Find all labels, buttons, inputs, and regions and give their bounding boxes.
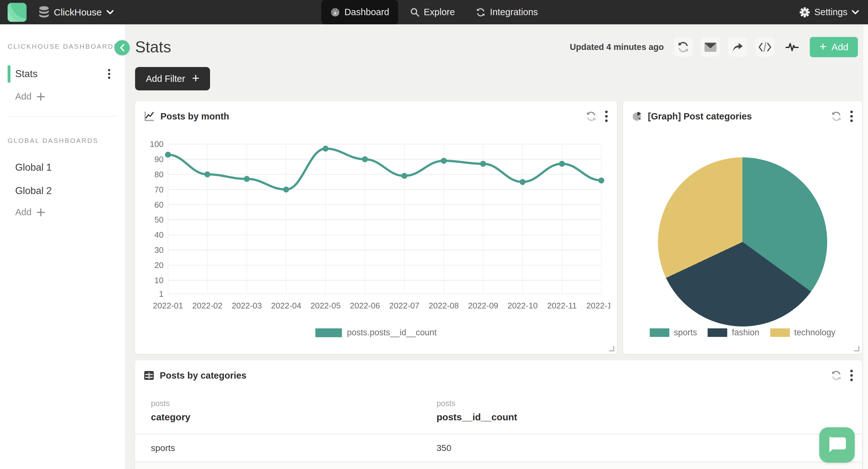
refresh-icon xyxy=(831,370,842,381)
add-button-label: Add xyxy=(832,42,848,53)
activity-button[interactable] xyxy=(783,38,802,57)
table-cell: sports xyxy=(135,443,421,453)
svg-text:2022-01: 2022-01 xyxy=(153,301,183,310)
svg-text:2022-06: 2022-06 xyxy=(350,301,380,310)
table-row: sports350 xyxy=(135,433,862,461)
svg-text:40: 40 xyxy=(154,230,163,240)
card-kebab-menu-button[interactable] xyxy=(850,110,853,123)
plus-icon: + xyxy=(192,71,199,85)
sidebar-item-global-2[interactable]: Global 2 xyxy=(0,182,125,200)
updated-timestamp: Updated 4 minutes ago xyxy=(570,42,664,52)
card-posts-by-month: Posts by month 11020304050607080 xyxy=(135,101,617,354)
table-cell: 350 xyxy=(421,443,862,453)
legend-label: fashion xyxy=(732,328,759,338)
legend-item-fashion: fashion xyxy=(708,328,759,338)
legend-swatch xyxy=(315,328,342,337)
sidebar-item-stats[interactable]: Stats xyxy=(0,65,125,83)
card-refresh-button[interactable] xyxy=(586,111,597,122)
card-posts-by-categories: Posts by categories posts xyxy=(135,360,862,469)
svg-text:2022-02: 2022-02 xyxy=(192,301,222,310)
kebab-menu-icon xyxy=(850,110,853,123)
database-icon xyxy=(39,6,49,19)
main-content: Stats Updated 4 minutes ago xyxy=(125,24,863,469)
resize-grip[interactable] xyxy=(609,346,614,351)
app-logo[interactable] xyxy=(8,3,27,22)
activity-pulse-icon xyxy=(785,42,799,52)
svg-text:2022-04: 2022-04 xyxy=(271,301,301,310)
sidebar-add-dashboard-button[interactable]: Add xyxy=(15,91,45,102)
email-button[interactable] xyxy=(701,38,720,57)
refresh-icon xyxy=(831,111,842,122)
legend-swatch xyxy=(650,328,669,337)
svg-text:2022-08: 2022-08 xyxy=(429,301,459,310)
legend-label: sports xyxy=(674,328,697,338)
refresh-icon xyxy=(586,111,597,122)
svg-text:90: 90 xyxy=(154,155,163,164)
legend-item-sports: sports xyxy=(650,328,697,338)
refresh-dashboard-button[interactable] xyxy=(674,38,693,57)
resize-grip[interactable] xyxy=(854,346,860,351)
legend-label: posts.posts__id__count xyxy=(347,328,437,338)
svg-text:70: 70 xyxy=(154,185,163,194)
refresh-icon xyxy=(677,41,689,53)
share-button[interactable] xyxy=(728,38,747,57)
brand-name: ClickHouse xyxy=(54,7,102,18)
svg-text:2022-05: 2022-05 xyxy=(310,301,340,310)
active-indicator-bar xyxy=(8,182,10,199)
svg-text:2022-12: 2022-12 xyxy=(586,301,610,310)
active-indicator-bar xyxy=(8,65,10,82)
kebab-menu-icon[interactable] xyxy=(108,69,111,79)
tab-integrations[interactable]: Integrations xyxy=(467,0,547,24)
sidebar-item-global-1[interactable]: Global 1 xyxy=(0,158,125,177)
chat-bubble-icon xyxy=(828,437,846,453)
add-filter-button[interactable]: Add Filter + xyxy=(135,67,210,90)
sidebar-item-label: Global 1 xyxy=(15,162,52,173)
column-header-posts__id__count: postsposts__id__count xyxy=(421,391,862,433)
svg-text:2022-10: 2022-10 xyxy=(507,301,537,310)
database-selector[interactable]: ClickHouse xyxy=(39,0,114,24)
pie-chart-legend: sportsfashiontechnology xyxy=(623,328,862,338)
add-label: Add xyxy=(15,207,32,217)
scrollbar[interactable] xyxy=(863,24,868,469)
card-title: Posts by categories xyxy=(160,370,246,381)
legend-swatch xyxy=(770,328,790,337)
settings-menu[interactable]: Settings xyxy=(799,0,859,24)
card-refresh-button[interactable] xyxy=(831,370,842,381)
sidebar-item-label: Stats xyxy=(15,68,38,80)
add-chart-button[interactable]: + Add xyxy=(810,37,858,57)
card-refresh-button[interactable] xyxy=(831,111,842,122)
code-icon xyxy=(758,42,772,53)
search-icon xyxy=(410,8,420,17)
sidebar-collapse-button[interactable] xyxy=(115,40,130,55)
svg-text:2022-09: 2022-09 xyxy=(468,301,498,310)
chevron-down-icon xyxy=(106,10,114,15)
pie-chart xyxy=(658,157,827,327)
column-name: posts__id__count xyxy=(437,412,862,423)
card-title: [Graph] Post categories xyxy=(648,111,752,122)
legend-item-technology: technology xyxy=(770,328,836,338)
card-kebab-menu-button[interactable] xyxy=(605,110,608,123)
chevron-down-icon xyxy=(851,10,859,15)
share-forward-icon xyxy=(732,42,744,53)
tab-dashboard[interactable]: Dashboard xyxy=(321,0,398,24)
card-title: Posts by month xyxy=(160,111,229,122)
line-chart: 11020304050607080901002022-012022-022022… xyxy=(142,135,610,325)
card-kebab-menu-button[interactable] xyxy=(850,369,853,382)
sidebar-divider xyxy=(8,116,115,116)
embed-code-button[interactable] xyxy=(755,38,774,57)
sidebar-add-global-dashboard-button[interactable]: Add xyxy=(15,207,45,217)
gauge-icon xyxy=(330,7,340,18)
sidebar: CLICKHOUSE DASHBOARDS Stats Add GLOBAL D… xyxy=(0,24,125,469)
table-row: fashion330 xyxy=(135,461,862,469)
nav-tabs: DashboardExploreIntegrations xyxy=(321,0,547,24)
legend-label: technology xyxy=(794,328,836,338)
svg-text:2022-03: 2022-03 xyxy=(231,301,261,310)
tab-explore[interactable]: Explore xyxy=(401,0,464,24)
page-title: Stats xyxy=(135,38,171,56)
data-table: postscategorypostsposts__id__count sport… xyxy=(135,391,862,469)
chevron-left-icon xyxy=(119,44,125,52)
chat-widget-button[interactable] xyxy=(819,427,855,463)
tab-label: Explore xyxy=(424,7,455,18)
tab-label: Integrations xyxy=(490,7,538,18)
svg-text:50: 50 xyxy=(154,215,163,224)
